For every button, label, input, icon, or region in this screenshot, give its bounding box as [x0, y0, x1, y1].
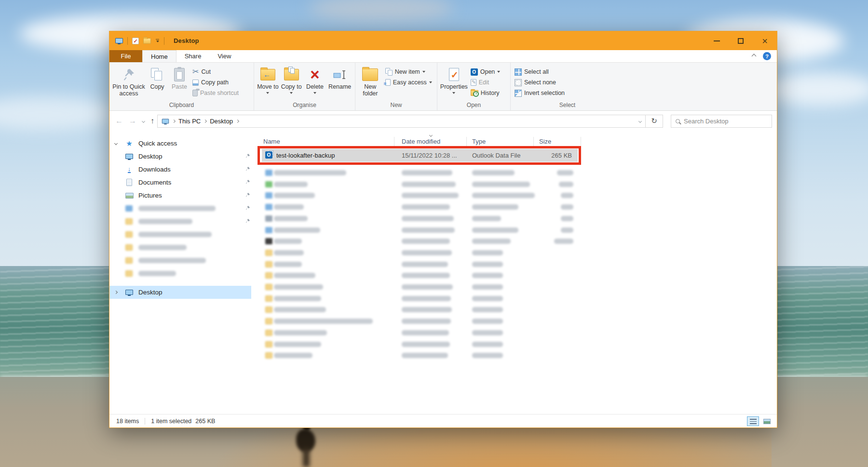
file-row-redacted[interactable] [251, 316, 777, 327]
paste-icon [174, 68, 185, 81]
open-button[interactable]: O Open [469, 67, 508, 77]
paste-shortcut-button[interactable]: Paste shortcut [190, 88, 248, 98]
file-row-redacted[interactable] [251, 201, 777, 213]
copy-icon [151, 68, 163, 81]
column-divider[interactable] [394, 137, 394, 146]
refresh-button[interactable]: ↻ [646, 115, 663, 128]
file-row-redacted[interactable] [251, 213, 777, 225]
file-row-redacted[interactable] [251, 225, 777, 236]
properties-check-icon[interactable]: ✓ [132, 38, 139, 44]
column-header-size[interactable]: Size [539, 138, 551, 145]
sidebar-item-desktop[interactable]: Desktop [109, 150, 251, 163]
status-bar: 18 items 1 item selected 265 KB [109, 414, 777, 427]
column-header-date-modified[interactable]: Date modified [402, 138, 440, 145]
tab-view[interactable]: View [209, 50, 239, 62]
new-item-button[interactable]: New item [383, 67, 435, 77]
edit-button[interactable]: ✎ Edit [469, 77, 508, 88]
redacted-type [472, 204, 518, 210]
file-row-redacted[interactable] [251, 259, 777, 270]
file-row-redacted[interactable] [251, 236, 777, 247]
select-none-button[interactable]: Select none [513, 77, 585, 88]
paste-button[interactable]: Paste [168, 64, 190, 90]
delete-button[interactable]: × Delete [303, 64, 327, 95]
move-to-button[interactable]: ← Move to [256, 64, 280, 95]
address-dropdown-icon[interactable] [638, 119, 642, 122]
crumb-separator-icon [203, 119, 207, 122]
file-row-redacted[interactable] [251, 190, 777, 201]
sidebar-item-redacted[interactable] [109, 241, 251, 254]
back-icon[interactable]: ← [115, 117, 123, 125]
ribbon: Pin to Quick access Copy Paste ✂ Cut [109, 63, 777, 111]
sidebar-item-quick-access[interactable]: ★ Quick access [109, 137, 251, 150]
details-view-button[interactable] [747, 416, 759, 426]
sidebar-item-downloads[interactable]: ↓ Downloads [109, 163, 251, 176]
file-row-redacted[interactable] [251, 304, 777, 316]
easy-access-button[interactable]: ≡ Easy access [383, 77, 435, 88]
history-button[interactable]: History [469, 88, 508, 98]
pin-icon [244, 192, 250, 200]
file-row-redacted[interactable] [251, 167, 777, 179]
copy-path-button[interactable]: Copy path [190, 77, 248, 88]
redacted-type [472, 170, 515, 175]
file-list[interactable]: Name Date modified Type Size O test-look… [251, 131, 777, 414]
help-icon[interactable]: ? [763, 52, 771, 60]
tab-home[interactable]: Home [142, 50, 176, 62]
chevron-right-icon[interactable] [114, 291, 118, 294]
this-pc-icon[interactable] [115, 38, 123, 43]
forward-icon[interactable]: → [129, 117, 136, 125]
column-divider[interactable] [533, 137, 534, 146]
column-divider[interactable] [581, 137, 581, 146]
copy-to-button[interactable]: Copy to [280, 64, 303, 95]
up-icon[interactable]: ↑ [150, 117, 154, 125]
title-bar[interactable]: ✓ Desktop × [109, 31, 777, 50]
minimize-button[interactable] [705, 31, 729, 50]
collapse-ribbon-icon[interactable] [752, 54, 757, 59]
sort-indicator-icon [429, 133, 433, 137]
search-box[interactable]: Search Desktop [671, 115, 772, 128]
file-row-redacted[interactable] [251, 339, 777, 350]
recent-locations-chevron-icon[interactable] [142, 119, 145, 122]
sidebar-item-redacted[interactable] [109, 202, 251, 215]
tab-share[interactable]: Share [176, 50, 210, 62]
file-row-redacted[interactable] [251, 327, 777, 339]
sidebar-tree-item-desktop-current[interactable]: Desktop [109, 286, 251, 299]
file-row-redacted[interactable] [251, 270, 777, 281]
redacted-date [402, 284, 453, 290]
customize-toolbar-icon[interactable] [155, 39, 160, 43]
file-row-selected[interactable]: O test-lookafter-backup 15/11/2022 10:28… [262, 149, 578, 162]
file-row-redacted[interactable] [251, 179, 777, 190]
file-row-redacted[interactable] [251, 293, 777, 305]
tab-file[interactable]: File [109, 50, 142, 62]
properties-button[interactable]: ✓ Properties [439, 64, 469, 95]
sidebar-item-pictures[interactable]: Pictures [109, 189, 251, 202]
column-header-name[interactable]: Name [263, 138, 280, 145]
chevron-down-icon[interactable] [114, 142, 118, 145]
copy-button[interactable]: Copy [146, 64, 168, 90]
file-icon [265, 192, 272, 199]
rename-button[interactable]: Rename [326, 64, 353, 90]
folder-icon [125, 270, 133, 277]
redacted-date [402, 193, 459, 198]
breadcrumb-this-pc[interactable]: This PC [178, 118, 201, 125]
column-header-type[interactable]: Type [472, 138, 486, 145]
file-row-redacted[interactable] [251, 350, 777, 361]
file-row-redacted[interactable] [251, 247, 777, 259]
invert-selection-button[interactable]: Invert selection [513, 88, 585, 98]
sidebar-item-redacted[interactable] [109, 267, 251, 280]
close-button[interactable]: × [753, 31, 777, 50]
thumbnails-view-button[interactable] [761, 416, 773, 426]
pin-to-quick-access-button[interactable]: Pin to Quick access [111, 64, 146, 97]
sidebar-item-redacted[interactable] [109, 228, 251, 241]
maximize-button[interactable] [729, 31, 753, 50]
file-row-redacted[interactable] [251, 281, 777, 293]
breadcrumb-desktop[interactable]: Desktop [210, 118, 233, 125]
address-bar[interactable]: This PC Desktop [157, 115, 646, 128]
new-folder-button[interactable]: New folder [357, 64, 383, 97]
cut-button[interactable]: ✂ Cut [190, 67, 248, 77]
select-all-button[interactable]: Select all [513, 67, 585, 77]
column-divider[interactable] [466, 137, 467, 146]
sidebar-item-documents[interactable]: Documents [109, 176, 251, 189]
new-folder-qat-icon[interactable] [143, 38, 151, 44]
sidebar-item-redacted[interactable] [109, 215, 251, 228]
sidebar-item-redacted[interactable] [109, 254, 251, 267]
